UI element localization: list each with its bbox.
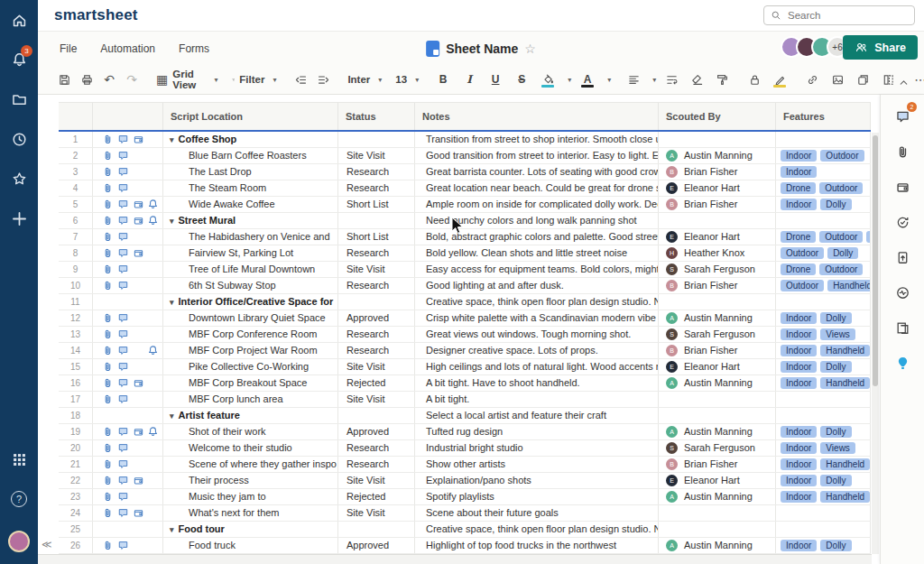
cell-features[interactable]: DroneOutdoor	[776, 180, 871, 196]
attachment-icon[interactable]	[102, 134, 117, 145]
attachment-icon[interactable]	[102, 458, 117, 470]
cell-features[interactable]: IndoorHandheld	[776, 457, 871, 472]
cell-scouted-by[interactable]	[659, 392, 776, 407]
cell-status[interactable]: Research	[338, 343, 415, 358]
print-button[interactable]	[77, 69, 97, 89]
cell-features[interactable]: IndoorDolly	[776, 538, 871, 553]
cell-status[interactable]: Rejected	[338, 489, 415, 504]
attachment-icon[interactable]	[102, 150, 117, 162]
align-button[interactable]	[624, 69, 643, 89]
table-row[interactable]: 11 ▾Interior Office/Creative Space for C…	[59, 294, 871, 310]
row-number[interactable]: 23	[59, 489, 93, 504]
table-row[interactable]: 20 Welcome to their studio Research Indu…	[59, 440, 871, 457]
cell-features[interactable]: DroneOutdoor	[776, 262, 871, 277]
header-script-location[interactable]: Script Location	[163, 103, 338, 130]
feature-chip[interactable]: Handheld	[820, 491, 870, 503]
proof-icon[interactable]	[133, 426, 148, 438]
table-row[interactable]: 4 The Steam Room Research Great location…	[59, 180, 871, 197]
feature-chip[interactable]: Indoor	[781, 491, 817, 503]
feature-chip[interactable]: Indoor	[781, 426, 817, 438]
cell-features[interactable]: Indoor	[776, 164, 871, 180]
cell-notes[interactable]: Great views out windows. Tough morning s…	[415, 327, 659, 342]
table-row[interactable]: 25 ▾Food tour Creative space, think open…	[59, 522, 871, 538]
feature-chip[interactable]: Indoor	[781, 328, 817, 340]
proof-icon[interactable]	[133, 199, 148, 210]
row-number[interactable]: 3	[59, 164, 93, 180]
attachment-icon[interactable]	[102, 361, 117, 373]
font-size-select[interactable]: 13 ▾	[393, 69, 420, 89]
table-row[interactable]: 3 The Last Drop Research Great barrista …	[59, 164, 871, 180]
cell-notes[interactable]: Select a local artist and feature their …	[415, 408, 659, 423]
cell-features[interactable]: IndoorDolly	[776, 473, 871, 488]
feature-chip[interactable]: Indoor	[781, 166, 817, 178]
cell-status[interactable]: Research	[338, 245, 415, 261]
cell-scouted-by[interactable]: BBrian Fisher	[659, 197, 776, 212]
attachment-icon[interactable]	[102, 247, 117, 259]
row-number[interactable]: 19	[59, 424, 93, 439]
attachment-icon[interactable]	[102, 312, 117, 324]
cell-scouted-by[interactable]: HHeather Knox	[659, 245, 776, 261]
panel-activity-log-icon[interactable]	[890, 280, 915, 305]
feature-chip[interactable]: Dolly	[866, 231, 871, 243]
font-family-select[interactable]: Inter ▾	[346, 69, 383, 89]
feature-chip[interactable]: Drone	[781, 231, 816, 243]
feature-chip[interactable]: Dolly	[820, 426, 851, 438]
row-number[interactable]: 21	[59, 457, 93, 472]
cell-scouted-by[interactable]: BBrian Fisher	[659, 343, 776, 358]
cell-script-location[interactable]: The Last Drop	[163, 164, 338, 180]
cell-script-location[interactable]: ▾Street Mural	[163, 213, 338, 228]
cell-scouted-by[interactable]: BBrian Fisher	[659, 457, 776, 472]
table-row[interactable]: 24 What's next for them Site Visit Scene…	[59, 505, 871, 522]
cell-script-location[interactable]: ▾Food tour	[163, 522, 338, 537]
cell-notes[interactable]: High ceilings and lots of natural light.…	[415, 359, 659, 374]
table-row[interactable]: 19 Shot of their work Approved Tufted ru…	[59, 424, 871, 440]
reminder-icon[interactable]	[147, 215, 162, 227]
panel-proofs-icon[interactable]	[890, 174, 915, 199]
attachment-icon[interactable]	[102, 328, 117, 340]
cell-status[interactable]: Short List	[338, 197, 415, 212]
cell-notes[interactable]: Good lighting at and after dusk.	[415, 278, 659, 293]
feature-chip[interactable]: Views	[820, 328, 855, 340]
cell-notes[interactable]: Great barrista counter. Lots of seating …	[415, 164, 659, 180]
cell-notes[interactable]: Great location near beach. Could be grea…	[415, 180, 659, 196]
table-row[interactable]: 15 Pike Collective Co-Working Site Visit…	[59, 359, 871, 375]
row-number[interactable]: 16	[59, 375, 93, 391]
comment-icon[interactable]	[117, 491, 133, 503]
undo-button[interactable]: ↶	[99, 69, 119, 89]
cell-status[interactable]: Research	[338, 440, 415, 456]
proof-icon[interactable]	[133, 507, 148, 519]
table-row[interactable]: 14 MBF Corp Project War Room Research De…	[59, 343, 871, 359]
comment-icon[interactable]	[117, 458, 133, 470]
cell-scouted-by[interactable]: EEleanor Hart	[659, 229, 776, 245]
cell-notes[interactable]: A bit tight.	[415, 392, 659, 407]
cell-notes[interactable]: A bit tight. Have to shoot handheld.	[415, 375, 659, 391]
proof-icon[interactable]	[133, 475, 148, 486]
row-number[interactable]: 22	[59, 473, 93, 488]
cell-script-location[interactable]: MBF Corp lunch area	[163, 392, 338, 407]
cell-script-location[interactable]: ▾Interior Office/Creative Space for	[163, 294, 338, 310]
comment-icon[interactable]	[117, 442, 133, 454]
attachment-icon[interactable]	[102, 507, 117, 519]
cell-notes[interactable]: Explaination/pano shots	[415, 473, 659, 488]
cell-status[interactable]: Research	[338, 278, 415, 293]
cell-status[interactable]	[338, 132, 415, 147]
feature-chip[interactable]: Views	[820, 442, 855, 454]
cell-status[interactable]: Approved	[338, 538, 415, 553]
feature-chip[interactable]: Handheld	[820, 458, 870, 470]
feature-chip[interactable]: Outdoor	[819, 231, 863, 243]
row-number[interactable]: 18	[59, 408, 93, 423]
cell-features[interactable]: IndoorHandheld	[776, 343, 871, 358]
save-button[interactable]	[54, 69, 74, 89]
feature-chip[interactable]: Handheld	[820, 377, 870, 389]
cell-scouted-by[interactable]: AAustin Manning	[659, 489, 776, 504]
cell-features[interactable]	[776, 132, 871, 147]
cell-features[interactable]: IndoorHandheld	[776, 489, 871, 504]
table-row[interactable]: 9 Tree of Life Mural Downtown Site Visit…	[59, 262, 871, 278]
attachment-icon[interactable]	[102, 199, 117, 210]
cell-features[interactable]: DroneOutdoorDolly	[776, 229, 871, 245]
insert-image-button[interactable]	[827, 69, 847, 89]
cell-status[interactable]	[338, 408, 415, 423]
feature-chip[interactable]: Drone	[781, 264, 816, 275]
cell-status[interactable]: Research	[338, 180, 415, 196]
table-row[interactable]: 12 Downtown Library Quiet Space Approved…	[59, 310, 871, 327]
